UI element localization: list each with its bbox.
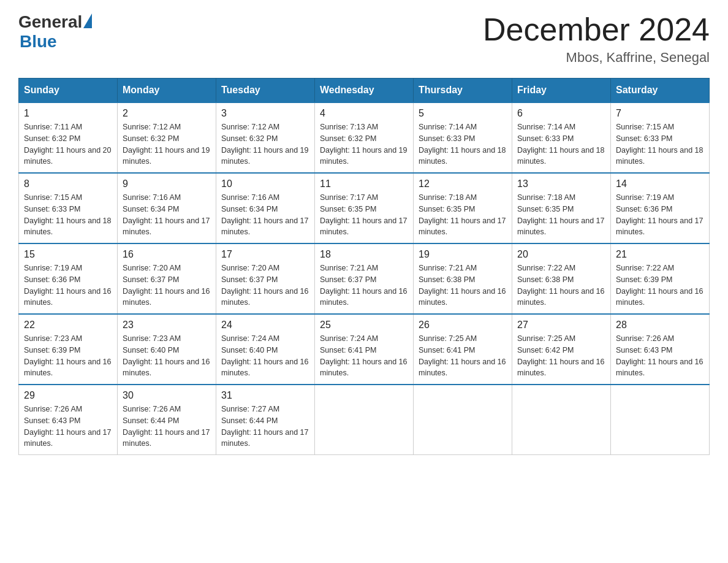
logo-triangle-icon [83, 13, 92, 28]
calendar-cell: 31 Sunrise: 7:27 AMSunset: 6:44 PMDaylig… [216, 385, 315, 455]
calendar-cell [512, 385, 611, 455]
day-number: 20 [517, 249, 605, 260]
calendar-cell: 20 Sunrise: 7:22 AMSunset: 6:38 PMDaylig… [512, 243, 611, 314]
day-number: 9 [123, 178, 211, 190]
day-info: Sunrise: 7:19 AMSunset: 6:36 PMDaylight:… [24, 264, 111, 307]
calendar-cell: 28 Sunrise: 7:26 AMSunset: 6:43 PMDaylig… [611, 314, 710, 385]
calendar-week-row: 15 Sunrise: 7:19 AMSunset: 6:36 PMDaylig… [19, 243, 710, 314]
calendar-cell: 12 Sunrise: 7:18 AMSunset: 6:35 PMDaylig… [414, 173, 512, 243]
calendar-cell: 27 Sunrise: 7:25 AMSunset: 6:42 PMDaylig… [512, 314, 611, 385]
calendar-cell: 13 Sunrise: 7:18 AMSunset: 6:35 PMDaylig… [512, 173, 611, 243]
title-section: December 2024 Mbos, Kaffrine, Senegal [483, 12, 710, 66]
day-number: 17 [221, 249, 309, 260]
day-number: 1 [24, 108, 112, 119]
day-number: 29 [24, 390, 112, 401]
day-info: Sunrise: 7:12 AMSunset: 6:32 PMDaylight:… [123, 123, 210, 166]
day-info: Sunrise: 7:21 AMSunset: 6:37 PMDaylight:… [320, 264, 407, 307]
day-info: Sunrise: 7:15 AMSunset: 6:33 PMDaylight:… [616, 123, 703, 166]
day-number: 5 [419, 108, 507, 119]
day-info: Sunrise: 7:15 AMSunset: 6:33 PMDaylight:… [24, 193, 111, 236]
calendar-header-tuesday: Tuesday [216, 79, 315, 103]
day-info: Sunrise: 7:20 AMSunset: 6:37 PMDaylight:… [221, 264, 308, 307]
day-info: Sunrise: 7:21 AMSunset: 6:38 PMDaylight:… [419, 264, 506, 307]
day-info: Sunrise: 7:20 AMSunset: 6:37 PMDaylight:… [123, 264, 210, 307]
day-number: 28 [616, 320, 704, 331]
calendar-cell: 30 Sunrise: 7:26 AMSunset: 6:44 PMDaylig… [118, 385, 216, 455]
day-info: Sunrise: 7:13 AMSunset: 6:32 PMDaylight:… [320, 123, 407, 166]
calendar-cell [611, 385, 710, 455]
day-info: Sunrise: 7:23 AMSunset: 6:39 PMDaylight:… [24, 334, 111, 377]
day-number: 12 [419, 178, 507, 190]
day-info: Sunrise: 7:22 AMSunset: 6:39 PMDaylight:… [616, 264, 703, 307]
day-info: Sunrise: 7:26 AMSunset: 6:44 PMDaylight:… [123, 405, 210, 448]
day-info: Sunrise: 7:14 AMSunset: 6:33 PMDaylight:… [419, 123, 506, 166]
day-number: 10 [221, 178, 309, 190]
calendar-cell: 22 Sunrise: 7:23 AMSunset: 6:39 PMDaylig… [19, 314, 118, 385]
day-info: Sunrise: 7:24 AMSunset: 6:41 PMDaylight:… [320, 334, 407, 377]
day-number: 6 [517, 108, 605, 119]
day-info: Sunrise: 7:11 AMSunset: 6:32 PMDaylight:… [24, 123, 111, 166]
calendar-cell: 10 Sunrise: 7:16 AMSunset: 6:34 PMDaylig… [216, 173, 315, 243]
calendar-cell: 2 Sunrise: 7:12 AMSunset: 6:32 PMDayligh… [118, 102, 216, 173]
calendar-cell: 17 Sunrise: 7:20 AMSunset: 6:37 PMDaylig… [216, 243, 315, 314]
day-info: Sunrise: 7:25 AMSunset: 6:41 PMDaylight:… [419, 334, 506, 377]
day-info: Sunrise: 7:16 AMSunset: 6:34 PMDaylight:… [221, 193, 308, 236]
calendar-header-thursday: Thursday [414, 79, 512, 103]
day-info: Sunrise: 7:22 AMSunset: 6:38 PMDaylight:… [517, 264, 604, 307]
day-info: Sunrise: 7:14 AMSunset: 6:33 PMDaylight:… [517, 123, 604, 166]
day-info: Sunrise: 7:16 AMSunset: 6:34 PMDaylight:… [123, 193, 210, 236]
day-number: 11 [320, 178, 408, 190]
day-number: 24 [221, 320, 309, 331]
calendar-week-row: 29 Sunrise: 7:26 AMSunset: 6:43 PMDaylig… [19, 385, 710, 455]
day-number: 7 [616, 108, 704, 119]
calendar-cell [414, 385, 512, 455]
calendar-cell: 11 Sunrise: 7:17 AMSunset: 6:35 PMDaylig… [315, 173, 414, 243]
day-number: 14 [616, 178, 704, 190]
calendar-cell: 15 Sunrise: 7:19 AMSunset: 6:36 PMDaylig… [19, 243, 118, 314]
calendar-cell: 1 Sunrise: 7:11 AMSunset: 6:32 PMDayligh… [19, 102, 118, 173]
calendar-cell: 29 Sunrise: 7:26 AMSunset: 6:43 PMDaylig… [19, 385, 118, 455]
calendar-cell: 6 Sunrise: 7:14 AMSunset: 6:33 PMDayligh… [512, 102, 611, 173]
calendar-header-monday: Monday [118, 79, 216, 103]
calendar-table: SundayMondayTuesdayWednesdayThursdayFrid… [18, 78, 710, 455]
calendar-cell: 19 Sunrise: 7:21 AMSunset: 6:38 PMDaylig… [414, 243, 512, 314]
calendar-cell: 24 Sunrise: 7:24 AMSunset: 6:40 PMDaylig… [216, 314, 315, 385]
day-info: Sunrise: 7:17 AMSunset: 6:35 PMDaylight:… [320, 193, 407, 236]
day-number: 4 [320, 108, 408, 119]
calendar-week-row: 1 Sunrise: 7:11 AMSunset: 6:32 PMDayligh… [19, 102, 710, 173]
day-number: 21 [616, 249, 704, 260]
day-info: Sunrise: 7:18 AMSunset: 6:35 PMDaylight:… [419, 193, 506, 236]
calendar-cell: 9 Sunrise: 7:16 AMSunset: 6:34 PMDayligh… [118, 173, 216, 243]
day-info: Sunrise: 7:18 AMSunset: 6:35 PMDaylight:… [517, 193, 604, 236]
day-number: 2 [123, 108, 211, 119]
calendar-header-wednesday: Wednesday [315, 79, 414, 103]
logo: General Blue [18, 12, 92, 52]
day-info: Sunrise: 7:25 AMSunset: 6:42 PMDaylight:… [517, 334, 604, 377]
day-number: 30 [123, 390, 211, 401]
day-number: 27 [517, 320, 605, 331]
calendar-week-row: 8 Sunrise: 7:15 AMSunset: 6:33 PMDayligh… [19, 173, 710, 243]
day-number: 3 [221, 108, 309, 119]
calendar-cell: 23 Sunrise: 7:23 AMSunset: 6:40 PMDaylig… [118, 314, 216, 385]
calendar-cell: 4 Sunrise: 7:13 AMSunset: 6:32 PMDayligh… [315, 102, 414, 173]
day-number: 26 [419, 320, 507, 331]
day-info: Sunrise: 7:19 AMSunset: 6:36 PMDaylight:… [616, 193, 703, 236]
day-number: 22 [24, 320, 112, 331]
day-number: 15 [24, 249, 112, 260]
day-number: 31 [221, 390, 309, 401]
day-info: Sunrise: 7:26 AMSunset: 6:43 PMDaylight:… [616, 334, 703, 377]
day-number: 23 [123, 320, 211, 331]
calendar-week-row: 22 Sunrise: 7:23 AMSunset: 6:39 PMDaylig… [19, 314, 710, 385]
calendar-cell: 21 Sunrise: 7:22 AMSunset: 6:39 PMDaylig… [611, 243, 710, 314]
calendar-cell: 26 Sunrise: 7:25 AMSunset: 6:41 PMDaylig… [414, 314, 512, 385]
calendar-cell: 25 Sunrise: 7:24 AMSunset: 6:41 PMDaylig… [315, 314, 414, 385]
calendar-cell: 14 Sunrise: 7:19 AMSunset: 6:36 PMDaylig… [611, 173, 710, 243]
calendar-cell [315, 385, 414, 455]
calendar-title: December 2024 [483, 12, 710, 47]
day-info: Sunrise: 7:12 AMSunset: 6:32 PMDaylight:… [221, 123, 308, 166]
calendar-header-saturday: Saturday [611, 79, 710, 103]
calendar-cell: 18 Sunrise: 7:21 AMSunset: 6:37 PMDaylig… [315, 243, 414, 314]
day-number: 18 [320, 249, 408, 260]
calendar-cell: 7 Sunrise: 7:15 AMSunset: 6:33 PMDayligh… [611, 102, 710, 173]
calendar-cell: 3 Sunrise: 7:12 AMSunset: 6:32 PMDayligh… [216, 102, 315, 173]
